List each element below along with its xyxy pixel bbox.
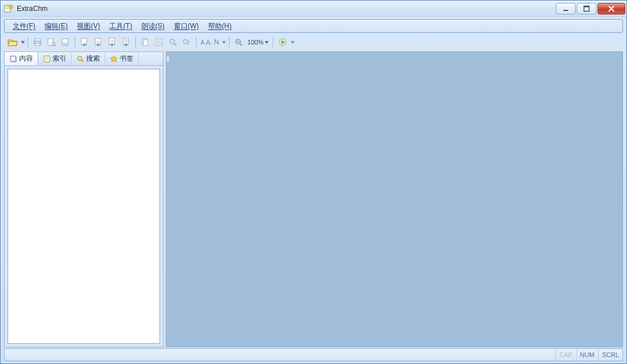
content-viewer[interactable]: [166, 51, 623, 347]
svg-line-41: [81, 60, 84, 62]
toolbar-separator: [75, 36, 75, 48]
status-num: NUM: [576, 349, 598, 361]
contents-tree[interactable]: [8, 69, 160, 344]
star-icon: [110, 55, 118, 63]
nav-panel: 内容 索引 搜索 书签: [4, 51, 164, 347]
svg-rect-26: [157, 40, 161, 44]
app-icon: ?: [4, 4, 13, 13]
search-icon: [76, 55, 84, 63]
index-icon: [43, 55, 51, 63]
tab-label: 搜索: [86, 54, 100, 64]
font-size-button[interactable]: AA: [199, 36, 212, 49]
toolbar-separator: [135, 36, 136, 48]
title-bar: ? ExtraChm: [1, 1, 626, 17]
svg-line-13: [55, 46, 56, 47]
menu-speak[interactable]: 朗读(S): [137, 20, 169, 33]
tab-contents[interactable]: 内容: [5, 52, 38, 65]
svg-rect-2: [6, 8, 9, 9]
app-window: ? ExtraChm 文件(F) 编辑(E) 视图(V): [0, 0, 627, 364]
svg-rect-7: [584, 6, 589, 7]
menu-window[interactable]: 窗口(W): [169, 20, 203, 33]
svg-rect-1: [6, 6, 9, 8]
find-next-button[interactable]: [180, 36, 193, 49]
find-button[interactable]: [166, 36, 179, 49]
font-style-button[interactable]: N: [213, 36, 220, 49]
svg-line-30: [187, 43, 189, 45]
svg-line-32: [240, 43, 242, 46]
status-scrl: SCRL: [598, 349, 622, 361]
toolbar: <> ✕ AA N: [4, 34, 623, 50]
menu-view[interactable]: 视图(V): [72, 20, 105, 33]
toolbar-separator: [273, 36, 273, 48]
open-button[interactable]: [6, 36, 19, 49]
play-button[interactable]: [276, 36, 289, 49]
toolbar-separator: [229, 36, 229, 48]
status-cap: CAP: [555, 349, 576, 361]
menu-edit[interactable]: 编辑(E): [40, 20, 72, 33]
toolbar-separator: [196, 36, 196, 48]
svg-line-28: [174, 43, 176, 46]
menu-tools[interactable]: 工具(T): [105, 20, 136, 33]
window-title: ExtraChm: [17, 5, 556, 13]
svg-point-27: [170, 39, 175, 44]
svg-text:✕: ✕: [111, 39, 113, 43]
menu-help[interactable]: 帮助(H): [203, 20, 236, 33]
maximize-button[interactable]: [577, 3, 596, 14]
window-controls: [556, 3, 625, 14]
close-button[interactable]: [598, 3, 625, 14]
svg-rect-37: [44, 56, 50, 62]
zoom-button[interactable]: [232, 36, 245, 49]
svg-point-29: [184, 40, 188, 44]
print-preview-button[interactable]: [45, 36, 58, 49]
export-chm-button[interactable]: [120, 36, 132, 49]
status-bar: CAP NUM SCRL: [4, 348, 623, 361]
toolbar-separator: [28, 36, 28, 48]
client-area: 内容 索引 搜索 书签: [4, 51, 623, 347]
copy-button[interactable]: [139, 36, 151, 49]
svg-rect-21: [124, 39, 127, 40]
tab-label: 书签: [120, 54, 133, 64]
export-pdf-button[interactable]: ✕: [106, 36, 118, 49]
tab-search[interactable]: 搜索: [72, 52, 105, 65]
open-dropdown[interactable]: [20, 36, 25, 49]
nav-tabs: 内容 索引 搜索 书签: [5, 52, 163, 66]
menu-file[interactable]: 文件(F): [8, 20, 40, 33]
page-setup-button[interactable]: [59, 36, 72, 49]
book-icon: [9, 55, 17, 63]
tab-bookmarks[interactable]: 书签: [105, 52, 139, 65]
zoom-level[interactable]: 100%: [246, 36, 270, 49]
export-html-button[interactable]: <>: [92, 36, 105, 49]
svg-rect-5: [563, 10, 568, 11]
play-dropdown[interactable]: [290, 36, 295, 49]
font-dropdown[interactable]: [221, 36, 226, 49]
svg-rect-10: [35, 43, 40, 46]
export-txt-button[interactable]: [78, 36, 91, 49]
tab-index[interactable]: 索引: [38, 52, 72, 65]
print-button[interactable]: [31, 36, 44, 49]
svg-rect-36: [11, 57, 15, 61]
menu-bar: 文件(F) 编辑(E) 视图(V) 工具(T) 朗读(S) 窗口(W) 帮助(H…: [4, 19, 623, 33]
svg-rect-22: [124, 41, 127, 42]
tab-label: 内容: [19, 54, 33, 64]
minimize-button[interactable]: [556, 3, 576, 14]
svg-point-40: [78, 56, 82, 60]
tab-label: 索引: [53, 54, 66, 64]
select-all-button[interactable]: [153, 36, 165, 49]
svg-rect-24: [143, 40, 148, 46]
